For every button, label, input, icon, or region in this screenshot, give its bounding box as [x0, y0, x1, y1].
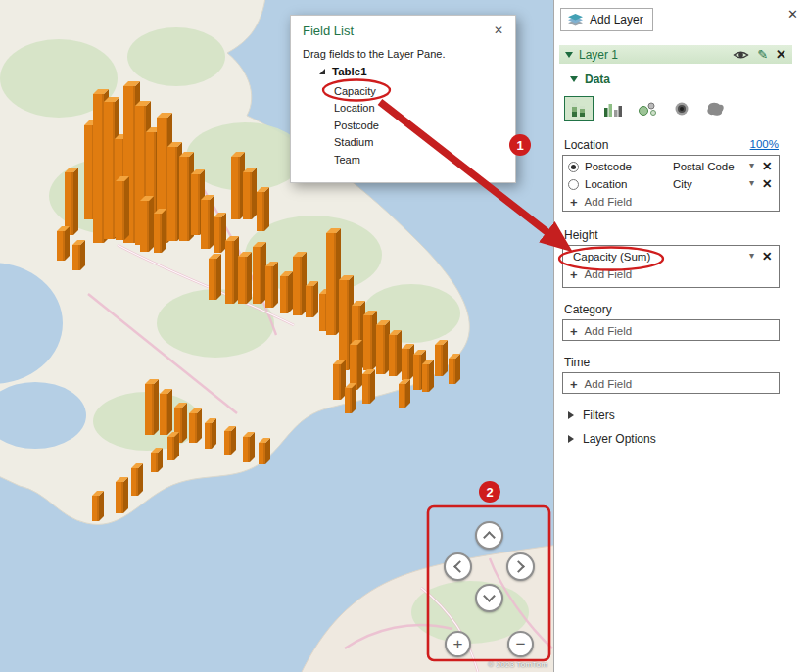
map-column-bar[interactable]	[257, 192, 264, 231]
map-column-bar[interactable]	[116, 482, 123, 513]
viz-type-heat-map[interactable]	[667, 96, 696, 121]
map-column-bar[interactable]	[231, 157, 240, 219]
map-column-bar[interactable]	[160, 394, 167, 435]
map-column-bar[interactable]	[363, 315, 372, 370]
plus-icon: +	[570, 378, 578, 391]
map-column-bar[interactable]	[265, 266, 273, 308]
map-column-bar[interactable]	[243, 172, 252, 219]
pan-left-button[interactable]	[444, 552, 472, 581]
map-column-bar[interactable]	[449, 359, 455, 384]
map-column-bar[interactable]	[104, 102, 115, 239]
remove-field-icon[interactable]: ✕	[762, 176, 772, 191]
map-column-bar[interactable]	[92, 496, 99, 521]
dropdown-chevron-icon[interactable]: ▾	[749, 160, 754, 170]
map-column-bar[interactable]	[57, 231, 65, 261]
map-column-bar[interactable]	[259, 443, 265, 464]
map-column-bar[interactable]	[167, 147, 177, 241]
map-column-bar[interactable]	[214, 217, 221, 253]
map-column-bar[interactable]	[326, 233, 336, 335]
field-item-team[interactable]: Team	[334, 151, 379, 168]
field-item-capacity[interactable]: Capacity	[334, 82, 379, 100]
map-column-bar[interactable]	[422, 364, 429, 392]
visibility-eye-icon[interactable]	[733, 49, 749, 61]
map-column-bar[interactable]	[72, 245, 80, 270]
field-item-stadium[interactable]: Stadium	[334, 134, 379, 152]
map-column-bar[interactable]	[191, 174, 200, 235]
data-section-toggle[interactable]: Data	[570, 72, 610, 86]
map-column-bar[interactable]	[140, 201, 149, 252]
remove-field-icon[interactable]: ✕	[762, 249, 772, 264]
map-column-bar[interactable]	[131, 468, 138, 496]
map-column-bar[interactable]	[145, 384, 154, 435]
height-add-field[interactable]: + Add Field	[563, 265, 779, 283]
map-column-bar[interactable]	[435, 345, 443, 376]
map-column-bar[interactable]	[116, 181, 124, 240]
map-column-bar[interactable]	[339, 280, 349, 370]
location-add-field[interactable]: + Add Field	[563, 193, 779, 211]
map-column-bar[interactable]	[389, 335, 397, 376]
delete-layer-icon[interactable]: ✕	[776, 48, 786, 61]
pan-up-button[interactable]	[475, 521, 503, 550]
map-column-bar[interactable]	[205, 423, 212, 449]
map-column-bar[interactable]	[280, 276, 288, 313]
map-column-bar[interactable]	[238, 257, 247, 304]
map-column-bar[interactable]	[151, 453, 158, 472]
zoom-out-button[interactable]: −	[507, 631, 534, 657]
remove-field-icon[interactable]: ✕	[762, 159, 772, 173]
close-icon[interactable]: ✕	[785, 5, 800, 24]
map-column-bar[interactable]	[306, 286, 313, 317]
dropdown-chevron-icon[interactable]: ▾	[749, 177, 754, 188]
map-column-bar[interactable]	[93, 94, 104, 243]
geo-type-value[interactable]: City	[673, 178, 692, 190]
zoom-in-button[interactable]: +	[445, 631, 471, 657]
map-column-bar[interactable]	[179, 157, 189, 241]
rename-pencil-icon[interactable]: ✎	[757, 47, 768, 62]
viz-type-bubble[interactable]	[633, 96, 662, 121]
dropdown-chevron-icon[interactable]: ▾	[749, 250, 754, 261]
category-add-field[interactable]: + Add Field	[563, 322, 779, 340]
table-node[interactable]: Table1	[318, 66, 367, 77]
layer-header[interactable]: Layer 1 ✎ ✕	[559, 45, 792, 64]
plus-icon: +	[570, 196, 578, 209]
geo-type-value[interactable]: Postal Code	[673, 161, 735, 172]
map-column-bar[interactable]	[225, 241, 234, 304]
map-column-bar[interactable]	[345, 388, 352, 413]
height-field-value[interactable]: Capacity (Sum)	[573, 251, 650, 263]
filters-toggle[interactable]: Filters	[568, 408, 615, 422]
location-radio[interactable]	[568, 179, 579, 190]
map-column-bar[interactable]	[243, 437, 250, 462]
map-column-bar[interactable]	[209, 259, 216, 300]
map-column-bar[interactable]	[399, 384, 405, 408]
close-icon[interactable]: ✕	[492, 22, 505, 39]
map-column-bar[interactable]	[333, 364, 341, 400]
map-column-bar[interactable]	[376, 325, 385, 374]
add-layer-button[interactable]: Add Layer	[560, 8, 653, 31]
minus-icon: −	[516, 636, 526, 652]
field-item-postcode[interactable]: Postcode	[334, 117, 379, 134]
map-column-bar[interactable]	[253, 247, 261, 304]
collapsed-arrow-icon	[568, 435, 574, 443]
pan-right-button[interactable]	[506, 552, 535, 581]
postcode-radio[interactable]	[568, 162, 579, 172]
map-column-bar[interactable]	[293, 257, 302, 315]
layer-options-toggle[interactable]: Layer Options	[568, 432, 656, 446]
geocoding-percent-link[interactable]: 100%	[750, 138, 779, 150]
map-column-bar[interactable]	[189, 413, 197, 443]
map-column-bar[interactable]	[362, 374, 370, 404]
map-column-bar[interactable]	[201, 200, 210, 249]
time-add-field[interactable]: + Add Field	[563, 375, 779, 393]
expanded-arrow-icon	[570, 76, 578, 82]
map-column-bar[interactable]	[167, 437, 174, 460]
viz-type-stacked-column[interactable]	[564, 96, 594, 121]
map-column-bar[interactable]	[154, 214, 162, 253]
three-d-maps-window: + − © 2023 TomTom ✕ Add Layer Layer 1 ✎	[0, 0, 808, 672]
map-attribution: © 2023 TomTom	[488, 660, 547, 669]
viz-type-selector	[564, 96, 731, 121]
viz-type-region[interactable]	[701, 96, 731, 121]
pan-down-button[interactable]	[475, 584, 503, 612]
viz-type-clustered-column[interactable]	[598, 96, 628, 121]
map-column-bar[interactable]	[224, 431, 231, 455]
map-column-bar[interactable]	[402, 349, 409, 380]
map-column-bar[interactable]	[413, 355, 421, 390]
field-item-location[interactable]: Location	[334, 100, 379, 118]
